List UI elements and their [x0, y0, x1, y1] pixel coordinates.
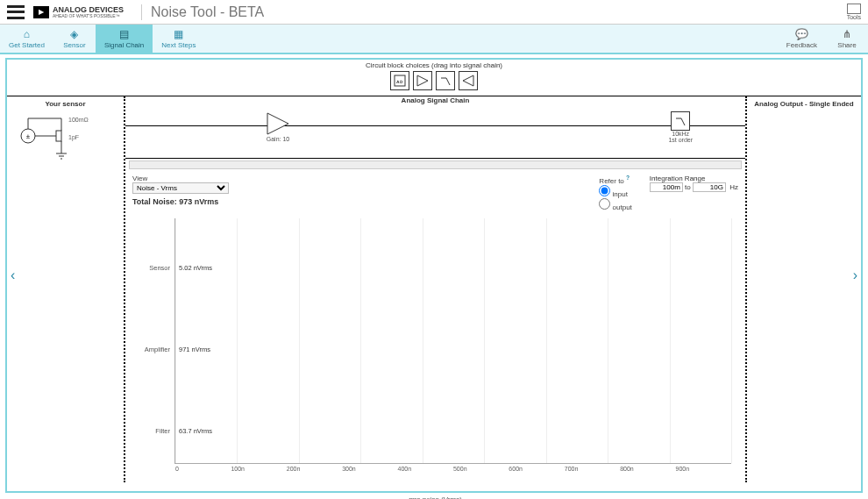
chart-value-label: 971 nVrms	[179, 346, 210, 353]
nav-label: Next Steps	[161, 41, 196, 49]
palette-amplifier-block[interactable]	[413, 71, 432, 90]
nav-feedback[interactable]: 💬 Feedback	[778, 25, 826, 53]
chart-xtick: 500n	[453, 466, 509, 472]
chart-xlabel: rms noise (Vrms)	[409, 495, 462, 499]
total-noise-label: Total Noise: 973 nVrms	[132, 197, 229, 206]
brand-mark-icon: ▶	[33, 6, 49, 18]
integration-to-input[interactable]	[693, 182, 726, 192]
noise-bar-chart: 0100n200n300n400n500n600n700n800n900nSen…	[174, 218, 731, 464]
nav-get-started[interactable]: ⌂ Get Started	[0, 25, 53, 53]
integration-range-label: Integration Range	[650, 175, 706, 182]
refer-input-radio[interactable]: input	[599, 185, 631, 198]
sensor-section-title: Your sensor	[12, 100, 118, 108]
svg-marker-15	[267, 113, 288, 134]
chart-xtick: 300n	[342, 466, 397, 472]
app-title: Noise Tool - BETA	[151, 4, 264, 20]
view-select[interactable]: Noise - Vrms	[132, 182, 229, 194]
nav-label: Get Started	[9, 41, 45, 49]
chart-xtick: 700n	[565, 466, 620, 472]
refer-to-label: Refer to	[599, 177, 623, 185]
refer-output-label: output	[613, 203, 632, 211]
chart-bar-row: Filter63.7 nVrms	[175, 396, 212, 467]
chart-xtick: 800n	[620, 466, 675, 472]
nav-sensor[interactable]: ◈ Sensor	[53, 25, 96, 53]
chain-scrollbar[interactable]	[129, 160, 742, 169]
chart-xtick: 400n	[398, 466, 453, 472]
brand-logo: ▶ ANALOG DEVICES AHEAD OF WHAT'S POSSIBL…	[33, 6, 124, 18]
tools-icon	[847, 4, 861, 14]
palette-title: Circuit block choices (drag into signal …	[366, 61, 502, 69]
sensor-res-label: 100mΩ	[68, 117, 89, 123]
sensor-schematic: ± 100mΩ 1pF	[12, 110, 118, 162]
svg-rect-7	[56, 131, 61, 141]
feedback-icon: 💬	[795, 29, 808, 39]
chart-xtick: 200n	[287, 466, 342, 472]
svg-text:ᴀᴅ: ᴀᴅ	[396, 79, 403, 84]
refer-output-radio[interactable]: output	[599, 198, 631, 211]
refer-input-label: input	[613, 190, 628, 198]
nav-label: Sensor	[63, 41, 85, 49]
svg-marker-2	[417, 75, 428, 86]
chain-icon: ▤	[119, 29, 129, 39]
chart-xtick: 900n	[676, 466, 731, 472]
nav-label: Share	[837, 41, 856, 49]
palette-output-block[interactable]	[459, 71, 478, 90]
tools-button[interactable]: Tools	[847, 4, 861, 20]
sensor-cap-label: 1pF	[68, 134, 79, 141]
chart-bar-row: Amplifier971 nVrms	[175, 315, 210, 385]
navbar: ⌂ Get Started ◈ Sensor ▤ Signal Chain ▦ …	[0, 25, 868, 54]
palette-filter-block[interactable]	[436, 71, 455, 90]
view-label: View	[132, 175, 229, 182]
to-label: to	[685, 183, 691, 191]
nav-label: Feedback	[786, 41, 817, 49]
chart-category-label: Amplifier	[132, 346, 170, 353]
output-section-title: Analog Output - Single Ended	[752, 100, 856, 108]
chart-category-label: Filter	[132, 427, 170, 435]
chart-category-label: Sensor	[132, 264, 170, 272]
integration-from-input[interactable]	[650, 182, 683, 192]
chain-section-title: Analog Signal Chain	[125, 96, 745, 104]
signal-chain-canvas[interactable]: Gain: 10 10kHz1st order	[125, 106, 745, 159]
brand-tagline: AHEAD OF WHAT'S POSSIBLE™	[53, 13, 124, 18]
info-icon[interactable]: ?	[626, 175, 630, 181]
integration-unit-label: Hz	[729, 183, 738, 191]
nav-label: Signal Chain	[104, 41, 144, 49]
nav-share[interactable]: ⋔ Share	[826, 25, 868, 53]
chain-filter-block[interactable]	[671, 111, 690, 131]
share-icon: ⋔	[843, 29, 851, 39]
palette-adc-block[interactable]: ᴀᴅ	[390, 71, 409, 90]
filter-freq-label: 10kHz	[672, 131, 689, 137]
tools-label: Tools	[847, 14, 861, 20]
amp-gain-label: Gain: 10	[267, 136, 289, 142]
menu-button[interactable]	[7, 5, 25, 19]
chart-bar-row: Sensor5.02 nVrms	[175, 232, 212, 303]
nav-signal-chain[interactable]: ▤ Signal Chain	[96, 25, 153, 53]
svg-marker-3	[463, 75, 473, 86]
sensor-icon: ◈	[70, 29, 78, 39]
table-icon: ▦	[174, 29, 183, 39]
home-icon: ⌂	[24, 29, 30, 39]
carousel-next-button[interactable]: ›	[848, 262, 863, 289]
chart-xtick: 600n	[509, 466, 564, 472]
divider	[141, 4, 142, 20]
chart-value-label: 63.7 nVrms	[179, 427, 212, 435]
chart-xtick: 100n	[231, 466, 286, 472]
svg-text:±: ±	[26, 132, 31, 140]
filter-order-label: 1st order	[668, 137, 693, 143]
chart-value-label: 5.02 nVrms	[179, 264, 212, 272]
nav-next-steps[interactable]: ▦ Next Steps	[153, 25, 204, 53]
chain-amplifier-block[interactable]	[266, 111, 290, 136]
